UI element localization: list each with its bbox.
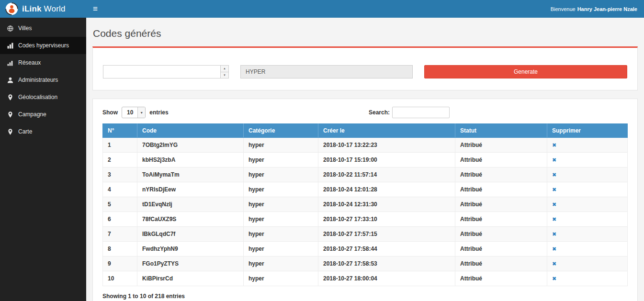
- cell-number: 1: [103, 138, 137, 153]
- cell-status: Attribué: [455, 153, 547, 167]
- cell-code: ToAiMymaTm: [137, 167, 244, 182]
- generate-button[interactable]: Generate: [424, 65, 627, 78]
- cell-delete: ✖: [547, 138, 628, 153]
- sidebar-item-label: Géolocalisation: [18, 94, 57, 100]
- delete-icon[interactable]: ✖: [552, 276, 556, 281]
- cell-delete: ✖: [547, 153, 628, 167]
- sidebar-item-label: Villes: [18, 25, 32, 32]
- cell-category: hyper: [244, 271, 318, 286]
- map-marker-icon: [7, 111, 13, 118]
- delete-icon[interactable]: ✖: [552, 201, 556, 207]
- table-panel: Show 10 ▼ entries Search: N°CodeCatégori…: [92, 99, 638, 301]
- sidebar-item-carte[interactable]: Carte: [0, 123, 86, 140]
- delete-icon[interactable]: ✖: [552, 216, 556, 222]
- cell-code: nYRlsDjEew: [137, 182, 244, 197]
- delete-icon[interactable]: ✖: [552, 246, 556, 252]
- cell-category: hyper: [244, 242, 318, 256]
- sidebar-item-villes[interactable]: Villes: [0, 20, 86, 37]
- cell-code: IBkGLqdC7f: [137, 227, 244, 242]
- cell-created: 2018-10-17 15:19:00: [318, 153, 455, 167]
- spinner-up-icon[interactable]: ▲: [221, 66, 228, 72]
- brand-title: iLink World: [22, 4, 66, 14]
- table-row: 7IBkGLqdC7fhyper2018-10-27 17:57:15Attri…: [103, 227, 628, 242]
- table-body: 17OBtg2lmYGhyper2018-10-17 13:22:23Attri…: [103, 138, 628, 286]
- sidebar-item-geolocalisation[interactable]: Géolocalisation: [0, 89, 86, 106]
- cell-code: KiBPirsrCd: [137, 271, 244, 286]
- table-row: 3ToAiMymaTmhyper2018-10-22 11:57:14Attri…: [103, 167, 628, 182]
- table-row: 9FGo1PyZTYShyper2018-10-27 17:58:53Attri…: [103, 256, 628, 271]
- delete-icon[interactable]: ✖: [552, 261, 556, 267]
- map-marker-icon: [7, 129, 13, 135]
- show-label: Show: [102, 109, 118, 116]
- cell-code: 7OBtg2lmYG: [137, 138, 244, 153]
- codes-table: N°CodeCatégorieCréer leStatutSupprimer 1…: [102, 123, 628, 286]
- number-spinner[interactable]: ▲ ▼: [220, 66, 228, 78]
- sidebar-item-label: Codes hyperviseurs: [18, 42, 69, 49]
- delete-icon[interactable]: ✖: [552, 231, 556, 237]
- cell-code: tD1EvqNzIj: [137, 197, 244, 212]
- table-controls: Show 10 ▼ entries Search:: [102, 107, 628, 118]
- sidebar-item-label: Campagne: [18, 111, 46, 118]
- column-header[interactable]: Catégorie: [244, 124, 318, 138]
- cell-category: hyper: [244, 212, 318, 227]
- cell-category: hyper: [244, 182, 318, 197]
- brand-bold: iLink: [22, 4, 42, 13]
- page-title: Codes générés: [93, 28, 638, 39]
- cell-number: 7: [103, 227, 137, 242]
- category-field[interactable]: [240, 65, 413, 78]
- table-row: 8FwdhzYphN9hyper2018-10-27 17:58:44Attri…: [103, 242, 628, 256]
- cell-created: 2018-10-17 13:22:23: [318, 138, 455, 153]
- cell-delete: ✖: [547, 212, 628, 227]
- globe-icon: [7, 25, 13, 32]
- generate-panel: ▲ ▼ Generate: [92, 46, 638, 90]
- sidebar-item-campagne[interactable]: Campagne: [0, 106, 86, 123]
- sidebar-item-label: Administrateurs: [18, 77, 58, 83]
- cell-status: Attribué: [455, 167, 547, 182]
- search-input[interactable]: [392, 107, 450, 118]
- sidebar-item-reseaux[interactable]: Réseaux: [0, 54, 86, 71]
- sidebar-item-codes-hyperviseurs[interactable]: Codes hyperviseurs: [0, 37, 86, 54]
- cell-number: 9: [103, 256, 137, 271]
- column-header[interactable]: Supprimer: [547, 124, 628, 138]
- cell-number: 6: [103, 212, 137, 227]
- sidebar-item-administrateurs[interactable]: Administrateurs: [0, 71, 86, 89]
- cell-created: 2018-10-27 17:33:10: [318, 212, 455, 227]
- cell-status: Attribué: [455, 227, 547, 242]
- page-size-select[interactable]: 10 ▼: [122, 107, 146, 118]
- column-header[interactable]: Créer le: [318, 124, 455, 138]
- cell-created: 2018-10-24 12:01:28: [318, 182, 455, 197]
- quantity-input[interactable]: ▲ ▼: [103, 65, 229, 78]
- column-header[interactable]: N°: [103, 124, 137, 138]
- delete-icon[interactable]: ✖: [552, 142, 556, 148]
- spinner-down-icon[interactable]: ▼: [221, 72, 228, 78]
- cell-category: hyper: [244, 197, 318, 212]
- cell-delete: ✖: [547, 256, 628, 271]
- menu-toggle-icon[interactable]: ≡: [86, 0, 104, 18]
- welcome-text: Bienvenue Hanry Jean-pierre Nzale: [551, 0, 644, 18]
- cell-status: Attribué: [455, 242, 547, 256]
- delete-icon[interactable]: ✖: [552, 172, 556, 178]
- cell-status: Attribué: [455, 271, 547, 286]
- sidebar-menu: VillesCodes hyperviseursRéseauxAdministr…: [0, 18, 86, 301]
- column-header[interactable]: Code: [137, 124, 244, 138]
- sidebar-item-label: Carte: [18, 128, 32, 135]
- cell-status: Attribué: [455, 256, 547, 271]
- table-info: Showing 1 to 10 of 218 entries: [102, 293, 628, 300]
- table-row: 5tD1EvqNzIjhyper2018-10-24 12:31:30Attri…: [103, 197, 628, 212]
- search-control: Search:: [369, 107, 450, 118]
- cell-number: 5: [103, 197, 137, 212]
- search-label: Search:: [369, 109, 390, 116]
- cell-created: 2018-10-27 17:57:15: [318, 227, 455, 242]
- delete-icon[interactable]: ✖: [552, 157, 556, 163]
- cell-created: 2018-10-22 11:57:14: [318, 167, 455, 182]
- cell-code: 78fCaUXZ9S: [137, 212, 244, 227]
- table-row: 2kbHS2j3zbAhyper2018-10-17 15:19:00Attri…: [103, 153, 628, 167]
- delete-icon[interactable]: ✖: [552, 187, 556, 192]
- page-length-control: Show 10 ▼ entries: [102, 107, 169, 118]
- table-row: 10KiBPirsrCdhyper2018-10-27 18:00:04Attr…: [103, 271, 628, 286]
- table-row: 4nYRlsDjEewhyper2018-10-24 12:01:28Attri…: [103, 182, 628, 197]
- column-header[interactable]: Statut: [455, 124, 547, 138]
- cell-category: hyper: [244, 153, 318, 167]
- cell-code: kbHS2j3zbA: [137, 153, 244, 167]
- bar-chart-icon: [7, 43, 13, 49]
